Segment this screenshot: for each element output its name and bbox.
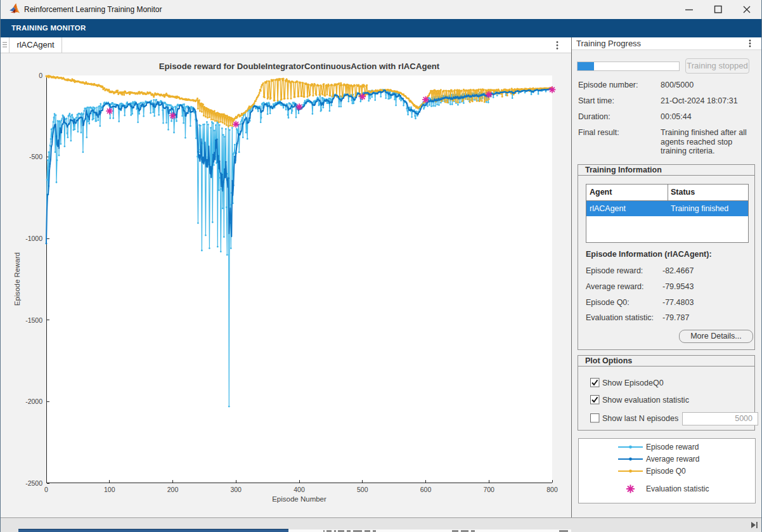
svg-text:300: 300 <box>230 486 242 493</box>
svg-text:Episode reward for DoubleInteg: Episode reward for DoubleIntegratorConti… <box>159 62 440 71</box>
svg-text:Evaluation statistic: Evaluation statistic <box>646 484 709 493</box>
svg-text:-2000: -2000 <box>25 398 42 405</box>
svg-text:Episode Q0: Episode Q0 <box>646 467 686 476</box>
svg-text:500: 500 <box>357 486 368 493</box>
svg-text:-1000: -1000 <box>25 235 42 242</box>
svg-text:0: 0 <box>44 486 48 493</box>
svg-text:-500: -500 <box>29 153 42 160</box>
svg-text:700: 700 <box>483 486 494 493</box>
svg-text:0: 0 <box>39 72 42 79</box>
svg-text:Episode reward: Episode reward <box>646 443 699 451</box>
svg-text:200: 200 <box>167 486 179 493</box>
svg-text:100: 100 <box>104 486 115 493</box>
svg-text:-2500: -2500 <box>25 479 42 487</box>
svg-text:Episode Number: Episode Number <box>272 495 326 503</box>
svg-text:Episode Reward: Episode Reward <box>13 252 21 306</box>
svg-text:600: 600 <box>420 486 432 493</box>
svg-text:400: 400 <box>294 486 305 493</box>
svg-text:-1500: -1500 <box>25 316 42 324</box>
svg-text:800: 800 <box>546 486 558 493</box>
svg-text:Average reward: Average reward <box>646 455 700 464</box>
